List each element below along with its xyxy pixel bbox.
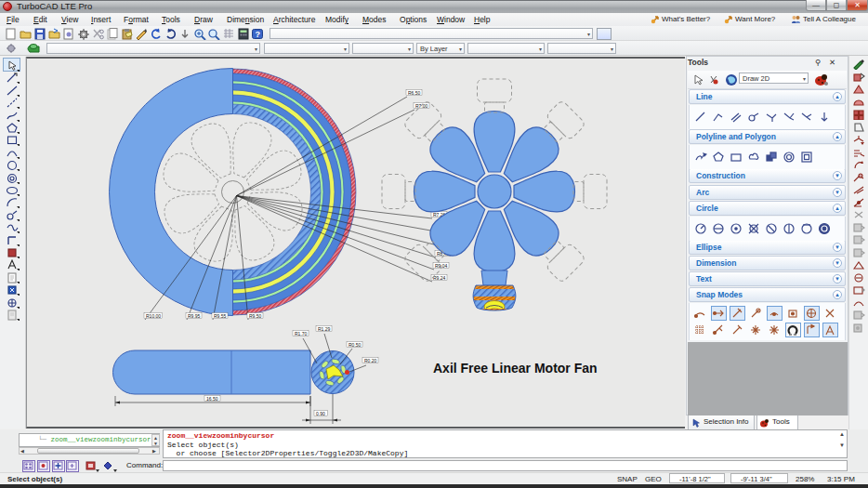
svg-text:16.50: 16.50 — [206, 396, 218, 402]
svg-text:R9.24: R9.24 — [433, 275, 446, 281]
svg-text:R6.50: R6.50 — [408, 90, 421, 96]
svg-text:Axil Free Linear Motor Fan: Axil Free Linear Motor Fan — [433, 361, 598, 376]
svg-text:R9.55: R9.55 — [214, 313, 227, 319]
svg-text:R1.70: R1.70 — [295, 331, 308, 336]
svg-text:R0.20: R0.20 — [364, 358, 377, 363]
svg-text:R9.50: R9.50 — [249, 313, 262, 319]
svg-text:R0.50: R0.50 — [349, 342, 362, 348]
svg-text:?: ? — [256, 30, 261, 39]
svg-text:0.90: 0.90 — [316, 411, 325, 416]
svg-text:R9.95: R9.95 — [188, 313, 201, 319]
svg-text:R10.00: R10.00 — [146, 313, 161, 319]
svg-text:R1.29: R1.29 — [318, 326, 331, 332]
